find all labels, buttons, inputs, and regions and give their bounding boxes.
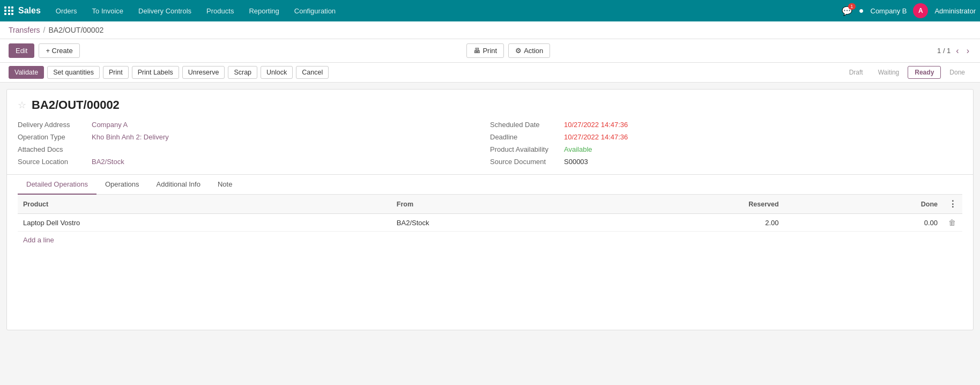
step-done: Done	[943, 66, 971, 78]
breadcrumb-parent[interactable]: Transfers	[9, 26, 40, 34]
attached-docs-label: Attached Docs	[18, 145, 87, 153]
record-form: ☆ BA2/OUT/00002 Delivery Address Company…	[6, 89, 974, 330]
topnav-right: 💬 1 ● Company B A Administrator	[842, 3, 976, 18]
menu-orders[interactable]: Orders	[49, 4, 84, 18]
menu-reporting[interactable]: Reporting	[242, 4, 285, 18]
deadline-label: Deadline	[490, 133, 560, 141]
unreserve-button[interactable]: Unreserve	[182, 66, 225, 79]
cell-delete[interactable]: 🗑	[943, 214, 962, 232]
operation-type-label: Operation Type	[18, 133, 87, 141]
source-location-row: Source Location BA2/Stock	[18, 158, 490, 166]
notification-badge: 1	[848, 3, 856, 10]
source-document-label: Source Document	[490, 158, 560, 166]
source-document-row: Source Document S00003	[490, 158, 962, 166]
step-ready: Ready	[908, 66, 941, 79]
status-bar: Validate Set quantities Print Print Labe…	[0, 63, 980, 83]
print-labels-button[interactable]: Print Labels	[132, 66, 179, 79]
cell-done: 0.00	[784, 214, 943, 232]
form-col-right: Scheduled Date 10/27/2022 14:47:36 Deadl…	[490, 121, 962, 166]
print-labels-print-button[interactable]: Print	[103, 66, 129, 79]
source-document-value: S00003	[564, 158, 588, 166]
table-header-row: Product From Reserved Done ⋮	[18, 195, 962, 214]
cell-reserved: 2.00	[625, 214, 784, 232]
grid-icon	[4, 6, 14, 15]
clock-icon-button[interactable]: ●	[859, 6, 864, 16]
set-quantities-button[interactable]: Set quantities	[47, 66, 100, 79]
status-steps: Draft Waiting Ready Done	[843, 66, 971, 79]
attached-docs-row: Attached Docs	[18, 145, 490, 153]
validate-button[interactable]: Validate	[9, 66, 44, 79]
pagination-info: 1 / 1	[937, 47, 951, 55]
avatar: A	[913, 3, 928, 18]
company-name: Company B	[871, 7, 907, 15]
tab-bar: Detailed Operations Operations Additiona…	[7, 174, 973, 194]
menu-delivery-controls[interactable]: Delivery Controls	[132, 4, 198, 18]
pagination: 1 / 1 ‹ ›	[937, 45, 971, 57]
pagination-next[interactable]: ›	[964, 45, 971, 57]
product-availability-row: Product Availability Available	[490, 145, 962, 153]
table-menu-icon[interactable]: ⋮	[948, 199, 957, 209]
col-header-product: Product	[18, 195, 391, 214]
record-title: BA2/OUT/00002	[32, 98, 120, 112]
menu-to-invoice[interactable]: To Invoice	[86, 4, 130, 18]
top-navigation: Sales Orders To Invoice Delivery Control…	[0, 0, 980, 21]
operations-table: Product From Reserved Done ⋮ Laptop Dell…	[18, 195, 962, 232]
step-draft: Draft	[843, 66, 870, 78]
delivery-address-value[interactable]: Company A	[92, 121, 128, 129]
main-menu: Orders To Invoice Delivery Controls Prod…	[49, 4, 842, 18]
pagination-prev[interactable]: ‹	[954, 45, 961, 57]
tab-additional-info[interactable]: Additional Info	[148, 175, 209, 195]
cancel-button[interactable]: Cancel	[296, 66, 329, 79]
tab-note[interactable]: Note	[209, 175, 241, 195]
cell-product: Laptop Dell Vostro	[18, 214, 391, 232]
action-bar: Edit + Create 🖶 Print ⚙ Action 1 / 1 ‹ ›	[0, 39, 980, 63]
product-availability-value: Available	[564, 145, 592, 153]
scheduled-date-row: Scheduled Date 10/27/2022 14:47:36	[490, 121, 962, 129]
username: Administrator	[934, 7, 976, 15]
scheduled-date-label: Scheduled Date	[490, 121, 560, 129]
tab-detailed-operations[interactable]: Detailed Operations	[18, 175, 96, 195]
menu-configuration[interactable]: Configuration	[288, 4, 342, 18]
app-brand[interactable]: Sales	[4, 6, 41, 16]
add-line-button[interactable]: Add a line	[18, 232, 962, 248]
delete-row-icon[interactable]: 🗑	[948, 218, 956, 227]
col-header-done: Done	[784, 195, 943, 214]
operations-table-container: Product From Reserved Done ⋮ Laptop Dell…	[18, 194, 962, 248]
tab-operations[interactable]: Operations	[96, 175, 148, 195]
app-name: Sales	[18, 6, 41, 16]
menu-products[interactable]: Products	[200, 4, 240, 18]
source-location-value[interactable]: BA2/Stock	[92, 158, 124, 166]
delivery-address-label: Delivery Address	[18, 121, 87, 129]
cell-from: BA2/Stock	[391, 214, 625, 232]
product-availability-label: Product Availability	[490, 145, 560, 153]
form-col-left: Delivery Address Company A Operation Typ…	[18, 121, 490, 166]
form-fields: Delivery Address Company A Operation Typ…	[7, 116, 973, 174]
action-button[interactable]: ⚙ Action	[508, 43, 550, 58]
notifications-button[interactable]: 💬 1	[842, 6, 852, 16]
print-button[interactable]: 🖶 Print	[466, 43, 504, 58]
breadcrumb-separator: /	[43, 26, 46, 34]
operation-type-row: Operation Type Kho Binh Anh 2: Delivery	[18, 133, 490, 141]
col-header-from: From	[391, 195, 625, 214]
unlock-button[interactable]: Unlock	[261, 66, 293, 79]
col-header-reserved: Reserved	[625, 195, 784, 214]
delivery-address-row: Delivery Address Company A	[18, 121, 490, 129]
breadcrumb: Transfers / BA2/OUT/00002	[0, 21, 980, 39]
scrap-button[interactable]: Scrap	[228, 66, 257, 79]
scheduled-date-value: 10/27/2022 14:47:36	[564, 121, 628, 129]
operation-type-value[interactable]: Kho Binh Anh 2: Delivery	[92, 133, 169, 141]
breadcrumb-current: BA2/OUT/00002	[49, 26, 104, 34]
col-header-action: ⋮	[943, 195, 962, 214]
step-waiting: Waiting	[872, 66, 906, 78]
create-button[interactable]: + Create	[39, 43, 79, 58]
deadline-value: 10/27/2022 14:47:36	[564, 133, 628, 141]
edit-button[interactable]: Edit	[9, 43, 34, 58]
deadline-row: Deadline 10/27/2022 14:47:36	[490, 133, 962, 141]
table-row: Laptop Dell Vostro BA2/Stock 2.00 0.00 🗑	[18, 214, 962, 232]
source-location-label: Source Location	[18, 158, 87, 166]
record-header: ☆ BA2/OUT/00002	[7, 90, 973, 116]
favorite-star-icon[interactable]: ☆	[18, 99, 26, 111]
